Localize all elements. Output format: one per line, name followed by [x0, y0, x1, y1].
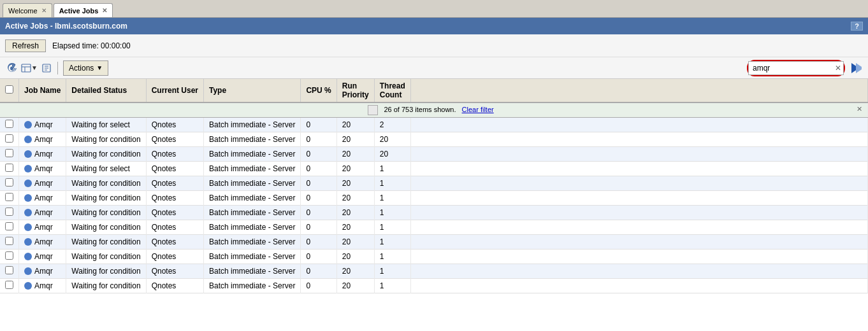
actions-button[interactable]: Actions ▼: [63, 60, 108, 76]
row-cpu-pct: 0: [301, 279, 336, 293]
row-type: Batch immediate - Server: [204, 118, 301, 132]
row-job-name: Amqr: [19, 235, 66, 250]
refresh-button[interactable]: Refresh: [5, 39, 46, 52]
row-current-user: Qnotes: [146, 279, 203, 293]
elapsed-label: Elapsed time: 00:00:00: [52, 41, 131, 50]
row-checkbox[interactable]: [5, 237, 13, 245]
toolbar-table-icon[interactable]: ▼: [20, 61, 38, 75]
items-shown-label: 26 of 753 items shown.: [384, 106, 456, 113]
row-extra: [410, 162, 867, 176]
table-svg: [21, 63, 31, 73]
table-row[interactable]: Amqr Waiting for condition Qnotes Batch …: [0, 279, 868, 293]
job-status-icon: [24, 223, 32, 231]
row-job-name: Amqr: [19, 264, 66, 279]
tab-active-jobs-label: Active Jobs: [59, 7, 99, 15]
table-row[interactable]: Amqr Waiting for condition Qnotes Batch …: [0, 147, 868, 162]
col-checkbox: [0, 79, 19, 102]
actions-dropdown-arrow: ▼: [96, 64, 103, 71]
row-checkbox[interactable]: [5, 120, 13, 128]
row-type: Batch immediate - Server: [204, 147, 301, 162]
row-extra: [410, 220, 867, 235]
row-run-priority: 20: [336, 220, 374, 235]
row-type: Batch immediate - Server: [204, 206, 301, 220]
row-job-name: Amqr: [19, 132, 66, 147]
row-current-user: Qnotes: [146, 132, 203, 147]
row-thread-count: 20: [374, 147, 410, 162]
row-type: Batch immediate - Server: [204, 264, 301, 279]
row-checkbox[interactable]: [5, 251, 13, 260]
row-run-priority: 20: [336, 206, 374, 220]
tab-active-jobs-close[interactable]: ✕: [102, 8, 107, 14]
row-detailed-status: Waiting for condition: [66, 132, 146, 147]
table-row[interactable]: Amqr Waiting for condition Qnotes Batch …: [0, 235, 868, 250]
panel-help-button[interactable]: ?: [851, 22, 863, 31]
row-cpu-pct: 0: [301, 220, 336, 235]
tab-welcome[interactable]: Welcome ✕: [3, 3, 52, 17]
row-checkbox-cell: [0, 162, 19, 176]
select-all-checkbox[interactable]: [5, 85, 13, 94]
search-box-wrapper: ✕: [747, 60, 845, 76]
table-container[interactable]: Job Name Detailed Status Current User Ty…: [0, 79, 868, 331]
job-status-icon: [24, 267, 32, 275]
row-checkbox-cell: [0, 118, 19, 132]
col-detailed-status: Detailed Status: [66, 79, 146, 102]
row-extra: [410, 206, 867, 220]
toolbar-refresh-icon[interactable]: [5, 61, 19, 75]
row-run-priority: 20: [336, 191, 374, 206]
table-row[interactable]: Amqr Waiting for condition Qnotes Batch …: [0, 132, 868, 147]
row-run-priority: 20: [336, 250, 374, 264]
search-input[interactable]: [748, 61, 844, 75]
search-go-button[interactable]: [848, 60, 863, 76]
row-checkbox[interactable]: [5, 134, 13, 143]
row-checkbox-cell: [0, 206, 19, 220]
table-row[interactable]: Amqr Waiting for select Qnotes Batch imm…: [0, 162, 868, 176]
row-cpu-pct: 0: [301, 147, 336, 162]
row-checkbox[interactable]: [5, 193, 13, 201]
tab-bar: Welcome ✕ Active Jobs ✕: [0, 0, 868, 18]
row-current-user: Qnotes: [146, 118, 203, 132]
tab-welcome-label: Welcome: [8, 7, 38, 15]
row-thread-count: 1: [374, 220, 410, 235]
row-checkbox[interactable]: [5, 266, 13, 274]
row-thread-count: 1: [374, 250, 410, 264]
row-thread-count: 20: [374, 132, 410, 147]
table-row[interactable]: Amqr Waiting for condition Qnotes Batch …: [0, 220, 868, 235]
svg-rect-0: [22, 64, 31, 72]
row-type: Batch immediate - Server: [204, 250, 301, 264]
table-row[interactable]: Amqr Waiting for select Qnotes Batch imm…: [0, 118, 868, 132]
search-go-svg: [849, 62, 862, 74]
row-checkbox-cell: [0, 191, 19, 206]
row-job-name: Amqr: [19, 279, 66, 293]
refresh-svg: [7, 63, 17, 73]
row-current-user: Qnotes: [146, 235, 203, 250]
row-checkbox[interactable]: [5, 281, 13, 289]
row-job-name: Amqr: [19, 147, 66, 162]
row-run-priority: 20: [336, 235, 374, 250]
tab-welcome-close[interactable]: ✕: [41, 8, 47, 14]
row-cpu-pct: 0: [301, 191, 336, 206]
table-row[interactable]: Amqr Waiting for condition Qnotes Batch …: [0, 191, 868, 206]
row-checkbox[interactable]: [5, 222, 13, 230]
row-checkbox[interactable]: [5, 164, 13, 172]
row-detailed-status: Waiting for condition: [66, 147, 146, 162]
search-clear-button[interactable]: ✕: [835, 64, 841, 72]
row-checkbox[interactable]: [5, 208, 13, 216]
table-row[interactable]: Amqr Waiting for condition Qnotes Batch …: [0, 250, 868, 264]
row-checkbox[interactable]: [5, 149, 13, 157]
tab-active-jobs[interactable]: Active Jobs ✕: [54, 3, 113, 17]
row-type: Batch immediate - Server: [204, 279, 301, 293]
row-run-priority: 20: [336, 264, 374, 279]
row-detailed-status: Waiting for select: [66, 118, 146, 132]
table-row[interactable]: Amqr Waiting for condition Qnotes Batch …: [0, 264, 868, 279]
filter-close-button[interactable]: ✕: [857, 105, 862, 113]
toolbar-details-icon[interactable]: [40, 61, 54, 75]
clear-filter-link[interactable]: Clear filter: [462, 106, 494, 113]
row-checkbox[interactable]: [5, 178, 13, 187]
row-current-user: Qnotes: [146, 250, 203, 264]
table-row[interactable]: Amqr Waiting for condition Qnotes Batch …: [0, 176, 868, 191]
row-run-priority: 20: [336, 147, 374, 162]
table-row[interactable]: Amqr Waiting for condition Qnotes Batch …: [0, 206, 868, 220]
row-cpu-pct: 0: [301, 162, 336, 176]
row-detailed-status: Waiting for condition: [66, 220, 146, 235]
row-extra: [410, 132, 867, 147]
